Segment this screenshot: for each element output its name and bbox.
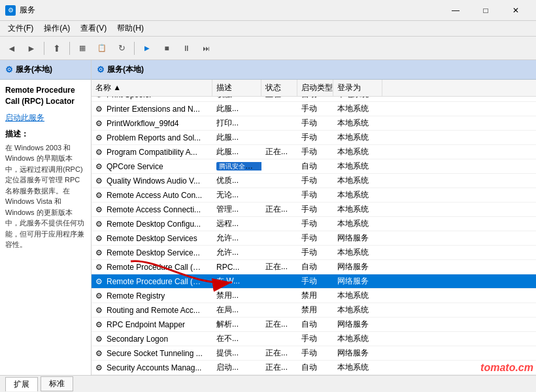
table-row[interactable]: ⚙Routing and Remote Acc...在局...禁用本地系统: [92, 303, 536, 318]
toolbar-separator-3: [134, 42, 135, 55]
toolbar: ◄ ► ⬆ ▦ 📋 ↻ ▶ ■ ⏸ ⏭: [0, 37, 536, 60]
menu-bar: 文件(F) 操作(A) 查看(V) 帮助(H): [0, 21, 536, 37]
col-header-desc[interactable]: 描述: [212, 80, 261, 96]
table-row[interactable]: ⚙Remote Procedure Call (…RPC...正在...自动网络…: [92, 260, 536, 274]
service-gear-icon: ⚙: [95, 363, 105, 372]
col-header-login[interactable]: 登录为: [333, 80, 382, 96]
table-row[interactable]: ⚙QPCore Service腾讯安全证在...自动本地系统: [92, 159, 536, 174]
service-status: [261, 338, 297, 340]
app-icon: ⚙: [5, 5, 16, 16]
service-gear-icon: ⚙: [95, 291, 105, 301]
table-row[interactable]: ⚙Program Compatibility A...此服...正在...手动本…: [92, 145, 536, 159]
service-status: [261, 122, 297, 125]
table-row[interactable]: ⚙Printer Extensions and N...此服...手动本地系统: [92, 102, 536, 116]
service-gear-icon: ⚙: [95, 234, 105, 243]
minimize-button[interactable]: —: [441, 0, 471, 21]
menu-view[interactable]: 查看(V): [75, 22, 112, 35]
service-gear-icon: ⚙: [95, 335, 105, 344]
service-login: 网络服务: [333, 346, 382, 360]
service-gear-icon: ⚙: [95, 277, 105, 286]
service-name: Routing and Remote Acc...: [107, 306, 200, 315]
main-container: ⚙ 服务(本地) Remote Procedure Call (RPC) Loc…: [0, 60, 536, 375]
up-button[interactable]: ⬆: [48, 40, 66, 57]
menu-action[interactable]: 操作(A): [39, 22, 75, 35]
tab-standard[interactable]: 标准: [41, 376, 73, 391]
right-panel: ⚙ 服务(本地) 名称 ▲ 描述 状态 启动类型 登录为 ⚙Print Spoo…: [92, 60, 536, 375]
service-status: 正在...: [261, 318, 297, 331]
service-login: 本地系统: [333, 246, 382, 259]
service-login: 本地系统: [333, 159, 382, 173]
show-hide-button[interactable]: ▦: [73, 40, 92, 57]
table-row[interactable]: ⚙Remote Access Auto Con...无论...手动本地系统: [92, 188, 536, 203]
toolbar-separator-2: [69, 42, 70, 55]
service-gear-icon: ⚙: [95, 306, 105, 315]
service-gear-icon: ⚙: [95, 133, 105, 142]
service-desc: 无论...: [212, 188, 261, 202]
service-login: 本地系统: [333, 332, 382, 346]
table-row[interactable]: ⚙Quality Windows Audio V...优质...手动本地系统: [92, 174, 536, 188]
table-row[interactable]: ⚙Remote Access Connecti...管理...正在...手动本地…: [92, 203, 536, 217]
service-name: Remote Procedure Call (…: [107, 263, 201, 272]
table-row[interactable]: ⚙Remote Registry禁用...禁用本地系统: [92, 289, 536, 303]
service-start-type: 手动: [297, 131, 333, 144]
left-panel-header: ⚙ 服务(本地): [0, 60, 91, 80]
service-desc: RPC...: [212, 261, 261, 273]
service-start-type: 手动: [297, 145, 333, 159]
pause-button[interactable]: ⏸: [177, 40, 195, 57]
table-row[interactable]: ⚙Secondary Logon在不...手动本地系统: [92, 332, 536, 346]
col-header-name[interactable]: 名称 ▲: [92, 80, 212, 96]
service-status: [261, 194, 297, 197]
filter-button[interactable]: ▶: [138, 40, 156, 57]
service-name: Remote Registry: [107, 291, 165, 301]
description-text: 在 Windows 2003 和 Windows 的早期版本中，远程过程调用(R…: [5, 142, 86, 250]
service-name: QPCore Service: [107, 162, 163, 171]
service-gear-icon: ⚙: [95, 191, 105, 200]
properties-button[interactable]: 📋: [93, 40, 111, 57]
menu-help[interactable]: 帮助(H): [112, 22, 149, 35]
services-table[interactable]: 名称 ▲ 描述 状态 启动类型 登录为 ⚙Print Spooler该服...正…: [92, 80, 536, 375]
table-row[interactable]: ⚙Remote Desktop Service...允许...手动本地系统: [92, 246, 536, 260]
service-gear-icon: ⚙: [95, 349, 105, 358]
refresh-button[interactable]: ↻: [112, 40, 131, 57]
back-button[interactable]: ◄: [3, 40, 21, 57]
forward-button[interactable]: ►: [22, 40, 41, 57]
col-header-status[interactable]: 状态: [261, 80, 297, 96]
right-panel-gear-icon: ⚙: [97, 65, 105, 74]
title-bar: ⚙ 服务 — □ ✕: [0, 0, 536, 21]
tab-expand[interactable]: 扩展: [5, 377, 38, 391]
menu-file[interactable]: 文件(F): [3, 22, 39, 35]
service-gear-icon: ⚙: [95, 263, 105, 272]
right-panel-header: ⚙ 服务(本地): [92, 60, 536, 80]
service-gear-icon: ⚙: [95, 119, 105, 128]
service-start-type: 手动: [297, 174, 333, 188]
table-row[interactable]: ⚙Remote Desktop Configu...远程...手动本地系统: [92, 217, 536, 231]
close-button[interactable]: ✕: [501, 0, 531, 21]
table-row[interactable]: ⚙Remote Procedure Call (…在 W...手动网络服务: [92, 274, 536, 289]
table-row[interactable]: ⚙Problem Reports and Sol...此服...手动本地系统: [92, 131, 536, 145]
service-desc: 远程...: [212, 217, 261, 231]
service-desc: 启动...: [212, 361, 261, 374]
service-status: [261, 309, 297, 312]
stop-button[interactable]: ■: [158, 40, 176, 57]
service-start-type: 手动: [297, 332, 333, 346]
table-header: 名称 ▲ 描述 状态 启动类型 登录为: [92, 80, 536, 97]
service-login: 网络服务: [333, 231, 382, 245]
table-row[interactable]: ⚙RPC Endpoint Mapper解析...正在...自动网络服务: [92, 318, 536, 332]
service-start-type: 手动: [297, 102, 333, 116]
table-row[interactable]: ⚙PrintWorkflow_99fd4打印...手动本地系统: [92, 116, 536, 131]
table-row[interactable]: ⚙Security Accounts Manag...启动...正在...自动本…: [92, 361, 536, 375]
service-desc: 腾讯安全证在...: [212, 160, 261, 172]
service-login: 本地系统: [333, 217, 382, 231]
restart-button[interactable]: ⏭: [197, 40, 215, 57]
maximize-button[interactable]: □: [471, 0, 501, 21]
col-header-start[interactable]: 启动类型: [297, 80, 333, 96]
service-name: Secondary Logon: [107, 335, 168, 344]
service-name: PrintWorkflow_99fd4: [107, 119, 179, 128]
service-login: 本地系统: [333, 174, 382, 188]
service-start-type: 禁用: [297, 303, 333, 317]
service-start-type: 手动: [297, 246, 333, 259]
table-row[interactable]: ⚙Remote Desktop Services允许...手动网络服务: [92, 231, 536, 246]
start-service-link[interactable]: 启动此服务: [5, 112, 86, 123]
service-start-type: 自动: [297, 159, 333, 173]
table-row[interactable]: ⚙Secure Socket Tunneling ...提供...正在...手动…: [92, 346, 536, 361]
